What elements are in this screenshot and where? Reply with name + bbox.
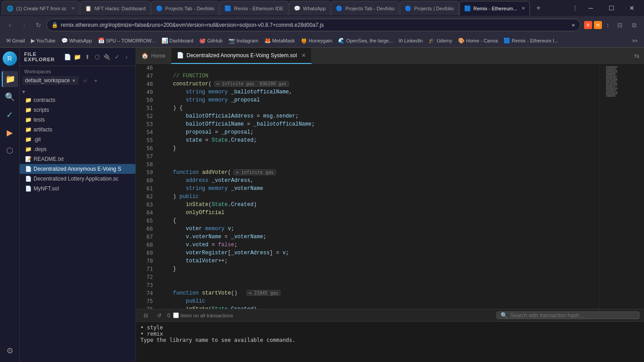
tree-item-git[interactable]: 📁.git [20,135,136,144]
tree-item-readme[interactable]: 📝README.txt [20,154,136,164]
browser-chrome: 🌐(1) Create NFT from sc✕📋NFT Hacks: Dash… [0,0,644,48]
fe-new-folder-btn[interactable]: 📁 [73,52,82,61]
browser-menu-icon[interactable]: ⋮ [570,3,580,13]
address-bar[interactable]: 🔒 remix.ethereum.org/#optimize=false&run… [47,19,580,31]
sidebar-icon-settings[interactable]: ⚙ [2,343,18,359]
bookmarks-bar: ✉Gmail▶YouTube💬WhatsApp📅SPU – TOMORROW..… [0,34,644,47]
code-content[interactable]: // FUNCTION constructor(∞ infinite gas 8… [157,64,599,309]
maximize-button[interactable]: ☐ [601,0,622,16]
browser-tab-tab-projects-devfolio3[interactable]: 🔵Projects | Devfolio [400,1,458,15]
code-editor: 4647484950515253545556575859606162636465… [136,64,644,309]
bookmark-bm-gmail[interactable]: ✉Gmail [4,37,28,45]
fe-git-icon[interactable]: ⑁ [80,76,89,85]
terminal-header: ⊟ ↺ 0 listen on all transactions 🔍 [136,309,644,322]
tree-item-mynft[interactable]: 📄MyNFT.sol [20,184,136,194]
terminal-line: • remix [140,331,640,337]
file-explorer-title: FILE EXPLORER [24,51,63,62]
fe-upload-btn[interactable]: ⬆ [83,52,92,61]
address-icons: ★ [571,22,576,28]
chevron-down-icon: ▼ [72,78,76,83]
tree-item-scripts[interactable]: 📁scripts [20,105,136,115]
sol-tab-label: Decentralized Anonymous E-Voing System.s… [186,52,297,59]
bookmark-bm-udemy[interactable]: 🎓Udemy [426,37,455,45]
line-numbers: 4647484950515253545556575859606162636465… [136,64,157,309]
home-tab-icon: 🏠 [141,52,148,59]
bookmark-bm-remix[interactable]: 🟦Remix - Ethereum I... [501,37,561,45]
extension-icon-brave[interactable]: B [584,21,592,29]
minimize-button[interactable]: ─ [580,0,601,16]
sync-icon[interactable]: ↕ [604,21,612,29]
back-button[interactable]: ‹ [4,19,16,31]
bookmark-bm-honeygain[interactable]: 🍯Honeygain [298,37,335,45]
minimap: ██████████████████████ ████ ██████████ █… [599,64,644,309]
sidebar-icon-plugins[interactable]: ⬡ [2,143,18,159]
listen-all-checkbox[interactable] [173,312,179,318]
bookmark-bm-spu[interactable]: 📅SPU – TOMORROW... [95,37,158,45]
fe-new-file-btn[interactable]: 📄 [63,52,72,61]
tree-item-contracts[interactable]: 📁contracts [20,95,136,105]
terminal-line: Type the library name to see available c… [140,337,640,343]
window-controls: ─ ☐ ✕ [580,0,642,16]
bookmarks-more[interactable]: >> [629,37,640,44]
fe-check-btn[interactable]: ✓ [112,52,121,61]
reload-button[interactable]: ↻ [32,19,45,31]
browser-extensions[interactable]: ⧉ [628,19,640,31]
search-icon: 🔍 [500,312,508,319]
new-tab-button[interactable]: + [532,2,545,14]
tree-root-toggle[interactable]: ▼ [20,88,136,95]
tree-item-decentralized-lottery[interactable]: 📄Decentralized Lottery Application.sc [20,174,136,184]
editor-collapse-btn[interactable]: ⇆ [630,52,644,59]
sidebar-icon-search[interactable]: 🔍 [2,89,18,105]
browser-tab-tab-nft-hacks[interactable]: 📋NFT Hacks: Dashboard [80,1,151,15]
file-tree: ▼📁contracts📁scripts📁tests📁artifacts📁.git… [20,87,136,362]
fe-expand-btn[interactable]: › [122,52,131,61]
tree-item-deps[interactable]: 📁.deps [20,144,136,154]
sidebar-icon-deploy[interactable]: ▶ [2,125,18,141]
terminal-collapse-btn[interactable]: ⊟ [140,310,151,321]
bookmark-bm-github[interactable]: 🐙GitHub [196,37,225,45]
workspace-section: Workspaces default_workspace ▼ ⑁ + [20,66,136,87]
editor-tab-sol[interactable]: 📄 Decentralized Anonymous E-Voing System… [171,48,312,64]
browser-tab-tab-projects-devfolio2[interactable]: 🔵Projects Tab - Devfolio [331,1,399,15]
tree-item-artifacts[interactable]: 📁artifacts [20,125,136,135]
bookmark-bm-opensea[interactable]: 🌊OpenSea, the large... [335,37,396,45]
forward-button[interactable]: › [18,19,30,31]
workspace-selector[interactable]: default_workspace ▼ [22,76,79,85]
fe-connect-btn[interactable]: 🔌 [102,52,111,61]
browser-tab-tab-projects-devfolio1[interactable]: 🔵Projects Tab - Devfolio [151,1,220,15]
extension-icon-meta[interactable]: M [594,21,602,29]
file-explorer-actions: 📄 📁 ⬆ ⬡ 🔌 ✓ › [63,52,131,61]
bookmark-bm-linkedin[interactable]: inLinkedIn [396,37,425,45]
bookmark-bm-canva[interactable]: 🎨Home - Canva [455,37,500,45]
bookmark-bm-dashboard[interactable]: 📊Dashboard [159,37,196,45]
bookmark-bm-instagram[interactable]: 📷Instagram [226,37,261,45]
fe-publish-btn[interactable]: ⬡ [93,52,102,61]
sol-tab-close-icon[interactable]: ✕ [301,52,306,59]
close-button[interactable]: ✕ [622,0,642,16]
home-tab-label: Home [151,53,165,59]
bookmark-bm-metamask[interactable]: 🦊MetaMask [262,37,298,45]
workspace-label: Workspaces [24,69,51,74]
bookmark-bm-whatsapp[interactable]: 💬WhatsApp [59,37,95,45]
listen-all-label: listen on all transactions [181,313,233,318]
address-text: remix.ethereum.org/#optimize=false&runs=… [61,22,568,28]
sidebar-icon-files[interactable]: 📁 [2,71,18,87]
editor-tab-home[interactable]: 🏠 Home [136,48,171,64]
transaction-search-input[interactable] [510,312,618,319]
terminal-counter: 0 [167,312,170,319]
tree-item-tests[interactable]: 📁tests [20,115,136,125]
workspace-name-text: default_workspace [25,77,70,84]
tree-item-decentralized-voting[interactable]: 📄Decentralized Anonymous E-Voing S [20,164,136,174]
sidebar-icon-compiler[interactable]: ✓ [2,107,18,123]
browser-tab-tab-remix-ide[interactable]: 🟦Remix - Ethereum IDE [220,1,288,15]
browser-tab-tab-remix-active[interactable]: 🟦Remix - Ethereum...✕ [459,1,530,15]
terminal-line: • style [140,324,640,331]
fe-add-workspace-btn[interactable]: + [91,76,100,85]
browser-tab-tab-whatsapp[interactable]: 💬WhatsApp [289,1,331,15]
terminal-reload-btn[interactable]: ↺ [154,310,165,321]
sidebar-toggle[interactable]: ⊟ [614,19,626,31]
bookmark-bm-youtube[interactable]: ▶YouTube [28,37,58,45]
terminal-search-box[interactable]: 🔍 [496,311,640,319]
terminal-area: ⊟ ↺ 0 listen on all transactions 🔍 • sty… [136,309,644,362]
browser-tab-tab-create-nft[interactable]: 🌐(1) Create NFT from sc✕ [2,1,80,15]
